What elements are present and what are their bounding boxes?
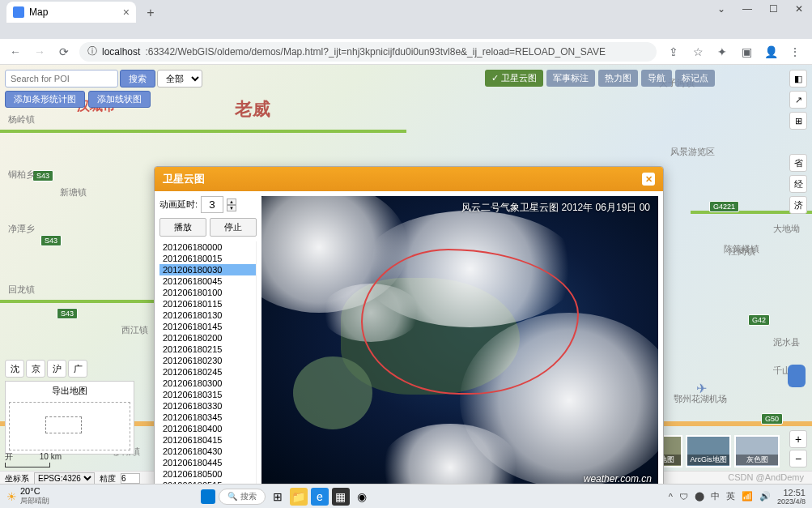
ime-lang[interactable]: 中 <box>711 490 720 502</box>
scale-toggle[interactable]: 开 <box>5 452 13 461</box>
back-button[interactable]: ← <box>6 43 24 61</box>
minimize-button[interactable]: — <box>734 0 760 18</box>
timestamp-item[interactable]: 201206180015 <box>159 253 256 264</box>
map-tool-button[interactable]: 经 <box>789 175 807 193</box>
delay-input[interactable] <box>201 196 223 213</box>
timestamp-item[interactable]: 201206180400 <box>159 423 256 434</box>
timestamp-item[interactable]: 201206180115 <box>159 298 256 309</box>
layer-toggle[interactable]: 军事标注 <box>546 70 595 87</box>
export-map-panel[interactable]: 导出地图 <box>5 381 134 455</box>
panel-icon[interactable]: ▣ <box>739 45 754 59</box>
scope-select[interactable]: 全部 <box>157 70 202 88</box>
timestamp-item[interactable]: 201206180415 <box>159 434 256 446</box>
close-tab-icon[interactable]: × <box>123 6 130 19</box>
search-button[interactable]: 搜索 <box>120 70 155 88</box>
url-input[interactable]: ⓘ localhost:63342/WebGIS/oldemo/demos/Ma… <box>79 42 657 62</box>
forward-button[interactable]: → <box>31 43 49 61</box>
layer-toggle[interactable]: 导航 <box>641 70 672 87</box>
city-quick-button[interactable]: 沪 <box>47 360 66 378</box>
timestamp-item[interactable]: 201206180130 <box>159 309 256 321</box>
maximize-button[interactable]: ☐ <box>760 0 786 18</box>
layer-toggle[interactable]: 卫星云图 <box>485 70 543 87</box>
satellite-image-pane[interactable]: 风云二号气象卫星云图 2012年 06月19日 00 weather.com.c… <box>261 196 658 485</box>
chevron-down-icon[interactable]: ⌄ <box>708 0 734 18</box>
timestamp-item[interactable]: 201206180330 <box>159 400 256 412</box>
browser-tab[interactable]: Map × <box>6 2 136 23</box>
timestamp-list[interactable]: 2012061800002012061800152012061800302012… <box>159 241 257 485</box>
timestamp-item[interactable]: 201206180500 <box>159 468 256 480</box>
scale-distance: 10 km <box>40 452 62 461</box>
site-info-icon[interactable]: ⓘ <box>87 45 97 58</box>
timestamp-item[interactable]: 201206180215 <box>159 344 256 355</box>
map-canvas[interactable]: S43 S43 S43 S43 G0422 G4221 G42 G50 杨岭镇 … <box>0 65 812 485</box>
layer-toggle[interactable]: 热力图 <box>598 70 638 87</box>
task-view-icon[interactable]: ⊞ <box>269 488 287 506</box>
weather-icon: ☀ <box>6 490 17 503</box>
volume-icon[interactable]: 🔊 <box>759 491 771 502</box>
poi-search-input[interactable] <box>5 70 118 88</box>
timestamp-item[interactable]: 201206180045 <box>159 275 256 287</box>
map-tool-button[interactable]: ⊞ <box>789 112 807 130</box>
crs-select[interactable]: EPSG:4326 <box>34 472 95 485</box>
zoom-out-button[interactable]: − <box>789 450 807 467</box>
tray-icon[interactable]: 🛡 <box>679 492 688 502</box>
city-quick-button[interactable]: 沈 <box>5 360 24 378</box>
edge-icon[interactable]: e <box>311 488 329 506</box>
dialog-header[interactable]: 卫星云图 ✕ <box>155 167 663 191</box>
timestamp-item[interactable]: 201206180200 <box>159 332 256 344</box>
dialog-title: 卫星云图 <box>163 172 205 186</box>
profile-icon[interactable]: 👤 <box>763 45 778 59</box>
add-bar-chart-button[interactable]: 添加条形统计图 <box>5 91 85 108</box>
map-tool-button[interactable]: 济 <box>789 196 807 214</box>
timestamp-item[interactable]: 201206180000 <box>159 241 256 253</box>
wifi-icon[interactable]: 📶 <box>742 491 753 502</box>
play-button[interactable]: 播放 <box>159 218 206 237</box>
tray-icon[interactable]: ⬤ <box>695 491 704 502</box>
city-quick-button[interactable]: 京 <box>26 360 45 378</box>
delay-spinner[interactable]: ▲▼ <box>227 199 236 211</box>
timestamp-item[interactable]: 201206180430 <box>159 446 256 457</box>
map-tool-button[interactable]: ◧ <box>789 70 807 88</box>
taskbar-search[interactable]: 🔍 搜索 <box>219 489 266 505</box>
dialog-close-button[interactable]: ✕ <box>642 173 655 186</box>
timestamp-item[interactable]: 201206180230 <box>159 355 256 366</box>
timestamp-item[interactable]: 201206180345 <box>159 412 256 423</box>
chrome-icon[interactable]: ◉ <box>353 488 371 506</box>
extensions-icon[interactable]: ✦ <box>715 45 729 59</box>
share-icon[interactable]: ⇪ <box>666 45 681 59</box>
timestamp-item[interactable]: 201206180315 <box>159 389 256 400</box>
new-tab-button[interactable]: + <box>141 3 160 23</box>
add-line-chart-button[interactable]: 添加线状图 <box>88 91 151 108</box>
timestamp-item[interactable]: 201206180245 <box>159 366 256 378</box>
explorer-icon[interactable]: 📁 <box>290 488 308 506</box>
layer-toggle[interactable]: 标记点 <box>675 70 715 87</box>
stop-button[interactable]: 停止 <box>210 218 257 237</box>
close-window-button[interactable]: ✕ <box>786 0 812 18</box>
map-label: 汪岗镇 <box>729 245 755 258</box>
zoom-in-button[interactable]: + <box>789 430 807 448</box>
app-icon[interactable]: ▦ <box>332 488 350 506</box>
timestamp-item[interactable]: 201206180145 <box>159 321 256 332</box>
map-label: 铜柏乡 <box>8 169 35 181</box>
float-tool-icon[interactable] <box>788 365 806 387</box>
city-quick-button[interactable]: 广 <box>68 360 87 378</box>
menu-icon[interactable]: ⋮ <box>788 45 802 59</box>
taskbar-weather[interactable]: ☀ 20°C 局部晴朗 <box>6 486 49 506</box>
tray-chevron-icon[interactable]: ^ <box>669 492 673 502</box>
reload-button[interactable]: ⟳ <box>55 43 73 61</box>
scale-bar: 开 10 km <box>5 451 62 467</box>
start-button[interactable] <box>201 489 215 504</box>
timestamp-item[interactable]: 201206180445 <box>159 457 256 468</box>
star-icon[interactable]: ☆ <box>691 45 705 59</box>
map-tool-button[interactable]: ↗ <box>789 91 807 109</box>
timestamp-item[interactable]: 201206180030 <box>159 264 256 275</box>
ime-mode[interactable]: 英 <box>726 490 735 502</box>
timestamp-item[interactable]: 201206180300 <box>159 378 256 389</box>
basemap-thumb[interactable]: ArcGis地图 <box>686 435 731 467</box>
tray-time[interactable]: 12:51 <box>777 488 806 497</box>
timestamp-item[interactable]: 201206180100 <box>159 287 256 298</box>
basemap-thumb[interactable]: 灰色图 <box>734 435 780 467</box>
tray-date[interactable]: 2023/4/8 <box>777 497 806 506</box>
precision-input[interactable] <box>121 473 140 484</box>
map-tool-button[interactable]: 省 <box>789 154 807 172</box>
